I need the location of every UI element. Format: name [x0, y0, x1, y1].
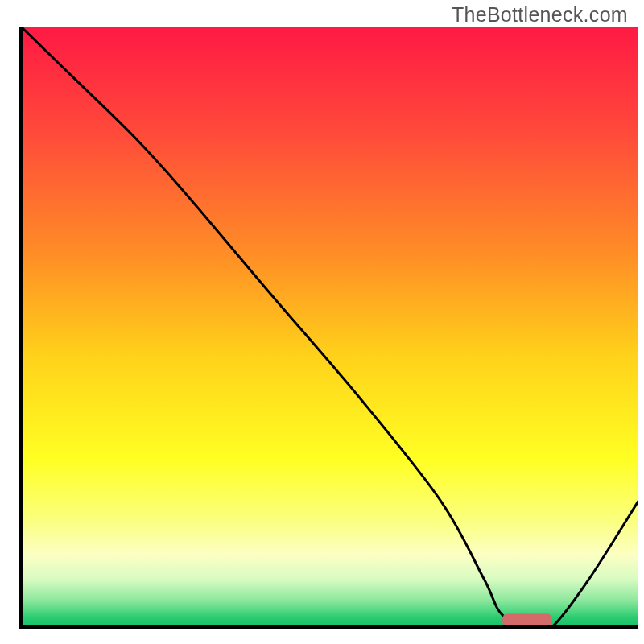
bottleneck-plot	[0, 0, 644, 644]
optimal-marker	[502, 614, 551, 627]
